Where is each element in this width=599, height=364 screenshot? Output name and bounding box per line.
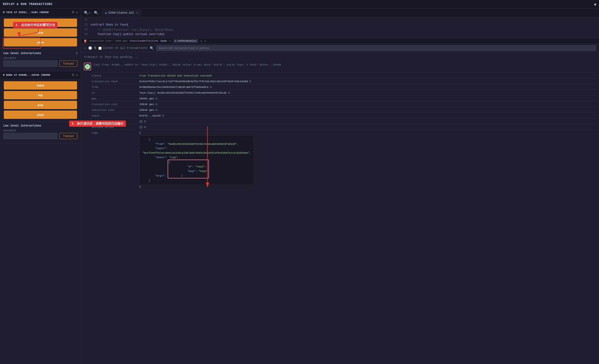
- expand-icon[interactable]: ⇔: [84, 46, 86, 50]
- detail-tx-hash: transaction hash 0x31ef64bc71ec31172af70…: [92, 78, 596, 84]
- tab-close-icon[interactable]: ✕: [136, 11, 138, 15]
- baba-contract-header[interactable]: ▼ BABA AT 0XD8B...33FA8 (MEMOR ⧉ ✕: [0, 71, 81, 79]
- editor-toolbar: 🔍+ 🔍- ◈ Inheritance.sol ✕: [81, 8, 599, 17]
- tx-header-row: ✓ [vm] from: 0x5B3...eddC4 to: Yeye.hip(…: [84, 61, 596, 72]
- decoded-output-value: {}: [139, 126, 143, 129]
- clock-icon: 🕐: [88, 46, 92, 50]
- code-area: 21 22 contract Baba is Yeye{ 23 // 继承两个f…: [81, 17, 599, 38]
- baba-contract-section: ▼ BABA AT 0XD8B...33FA8 (MEMOR ⧉ ✕ baba …: [0, 71, 81, 144]
- detail-decoded-output: decoded output {} ⧉: [92, 124, 596, 130]
- tx-entry: ✓ [vm] from: 0x5B3...eddC4 to: Yeye.hip(…: [84, 61, 596, 189]
- function-name-ref: baba: [160, 40, 167, 42]
- baba-header-icons: ⧉ ✕: [72, 73, 78, 77]
- listen-checkbox[interactable]: [98, 47, 102, 50]
- yeye-calldata-label: CALLDATA: [3, 57, 78, 59]
- logs-container: [ { "from": "0xd9145CCE52D386f254917e481…: [139, 131, 254, 188]
- detail-to: to Yeye.hip() 0xd9145CCE52D386f254917e48…: [92, 90, 596, 95]
- gas-value: 26462 gas: [139, 97, 154, 100]
- detail-from: from 0x5B38Da6a701c568545dCfcB03FcB875f5…: [92, 84, 596, 90]
- yeye-function-buttons: hip pop yeye: [0, 16, 81, 49]
- tx-hash-value: 0x31ef64bc71ec31172af702e84b4d64afb17f07…: [139, 80, 248, 83]
- detail-decoded-input: decoded input {} ⧉: [92, 119, 596, 124]
- baba-info-icon[interactable]: ℹ: [76, 124, 78, 128]
- input-copy-icon[interactable]: ⧉: [162, 114, 164, 117]
- yeye-hip-button[interactable]: hip: [4, 19, 77, 27]
- exec-cost: Execution cost: 1990 gas: [90, 40, 127, 42]
- baba-close-icon[interactable]: ✕: [76, 73, 78, 77]
- code-line-24: 24 function hip() public virtual overrid…: [81, 32, 599, 37]
- tx-count: 0: [94, 46, 96, 50]
- exec-cost-copy-icon[interactable]: ⧉: [156, 109, 157, 111]
- tx-details-table: status true Transaction mined and execut…: [92, 73, 596, 189]
- to-copy-icon[interactable]: ⧉: [228, 92, 230, 94]
- success-icon: ✓: [85, 64, 90, 69]
- search-tx-input[interactable]: [156, 45, 596, 51]
- baba-low-level: Low level interactions ℹ CALLDATA Transa…: [0, 121, 81, 142]
- baba-baba-button[interactable]: baba: [4, 81, 77, 90]
- search-icon-btn[interactable]: 🔍: [150, 46, 154, 50]
- logs-bracket-open: [: [139, 131, 141, 134]
- baba-chevron-icon: ▼: [3, 73, 5, 77]
- yeye-pop-button[interactable]: pop: [4, 28, 77, 37]
- from-copy-icon[interactable]: ⧉: [210, 86, 212, 89]
- baba-yeye-button[interactable]: yeye: [4, 110, 77, 119]
- log-area: transact to Yeye.hip pending ... ✓ [vm] …: [81, 53, 599, 364]
- tx-summary: [vm] from: 0x5B3...eddC4 to: Yeye.hip() …: [94, 63, 281, 67]
- baba-calldata-row: Transact: [3, 133, 78, 139]
- inheritance-tab[interactable]: ◈ Inheritance.sol ✕: [102, 10, 141, 16]
- arrow-right-icon: ➤: [169, 40, 171, 43]
- fuel-icon: ⛽: [84, 40, 87, 43]
- pending-message: transact to Yeye.hip pending ...: [84, 55, 596, 61]
- tx-summary-text: [vm] from: 0x5B3...eddC4 to: Yeye.hip() …: [94, 63, 281, 66]
- right-panel: 🔍+ 🔍- ◈ Inheritance.sol ✕ 21 22 contract…: [81, 8, 599, 364]
- decoded-output-copy-icon[interactable]: ⧉: [144, 126, 146, 129]
- yeye-yeye-button[interactable]: yeye: [4, 38, 77, 46]
- file-icon: ◈: [105, 11, 107, 15]
- panel-toggle-icon[interactable]: ▣: [594, 2, 596, 6]
- chevron-down-icon[interactable]: ∨: [204, 40, 206, 43]
- yeye-chevron-icon: ▼: [3, 11, 5, 14]
- exec-cost-value: 23010 gas: [139, 108, 154, 111]
- exec-bar: ⛽ Execution cost: 1990 gas FunctionDefin…: [81, 38, 599, 44]
- ref-badge: 1 reference(s): [173, 39, 198, 43]
- listen-label: listen on all transactions: [103, 46, 147, 50]
- app-title: DEPLOY & RUN TRANSACTIONS: [3, 2, 53, 6]
- checkmark: ✓: [87, 65, 88, 69]
- top-bar: DEPLOY & RUN TRANSACTIONS ▣: [0, 0, 599, 8]
- baba-copy-icon[interactable]: ⧉: [72, 73, 74, 77]
- gas-copy-icon[interactable]: ⧉: [156, 97, 157, 100]
- detail-exec-cost: execution cost 23010 gas ⧉: [92, 107, 596, 113]
- detail-input: input 0x370...ea142 ⧉: [92, 113, 596, 119]
- zoom-out-button[interactable]: 🔍-: [93, 10, 101, 16]
- code-line-21: 21: [81, 18, 599, 23]
- yeye-calldata-input[interactable]: [3, 60, 57, 67]
- detail-gas: gas 26462 gas ⧉: [92, 95, 596, 101]
- baba-contract-name: BABA AT 0XD8B...33FA8 (MEMOR: [6, 74, 72, 76]
- detail-logs: logs [ { "from": "0xd9145CCE52D386f25491…: [92, 130, 596, 189]
- code-line-22: 22 contract Baba is Yeye{: [81, 23, 599, 28]
- close-icon[interactable]: ✕: [76, 10, 78, 14]
- yeye-contract-header[interactable]: ▼ YEYE AT 0XD51...51B4 (MEMOR ⧉ ✕: [0, 8, 81, 16]
- logs-json-block: { "from": "0xd9145CCE52D386f254917e481eB…: [139, 135, 254, 185]
- yeye-transact-button[interactable]: Transact: [59, 60, 78, 67]
- yeye-contract-name: YEYE AT 0XD51...51B4 (MEMOR: [6, 11, 72, 14]
- listen-checkbox-label: listen on all transactions: [98, 46, 147, 50]
- baba-transact-button[interactable]: Transact: [59, 133, 78, 139]
- left-panel: ▼ YEYE AT 0XD51...51B4 (MEMOR ⧉ ✕ hip po…: [0, 8, 81, 364]
- code-line-23: 23 // 继承两个function: hip()和pop(), 输出改为Bab…: [81, 28, 599, 32]
- yeye-calldata-row: Transact: [3, 60, 78, 67]
- decoded-input-copy-icon[interactable]: ⧉: [144, 120, 146, 123]
- decoded-input-value: {}: [139, 120, 143, 123]
- baba-function-buttons: baba hip pop yeye: [0, 79, 81, 121]
- baba-calldata-input[interactable]: [3, 133, 57, 139]
- baba-hip-button[interactable]: hip: [4, 91, 77, 99]
- tx-cost-copy-icon[interactable]: ⧉: [156, 103, 157, 106]
- tab-label: Inheritance.sol: [108, 11, 134, 15]
- zoom-in-button[interactable]: 🔍+: [83, 10, 92, 16]
- baba-pop-button[interactable]: pop: [4, 101, 77, 109]
- tx-hash-copy-icon[interactable]: ⧉: [249, 80, 251, 83]
- copy-icon[interactable]: ⧉: [72, 10, 74, 14]
- chevron-up-icon[interactable]: ∧: [201, 40, 202, 43]
- yeye-info-icon[interactable]: ℹ: [76, 51, 78, 55]
- detail-tx-cost: transaction cost 23010 gas ⧉: [92, 101, 596, 107]
